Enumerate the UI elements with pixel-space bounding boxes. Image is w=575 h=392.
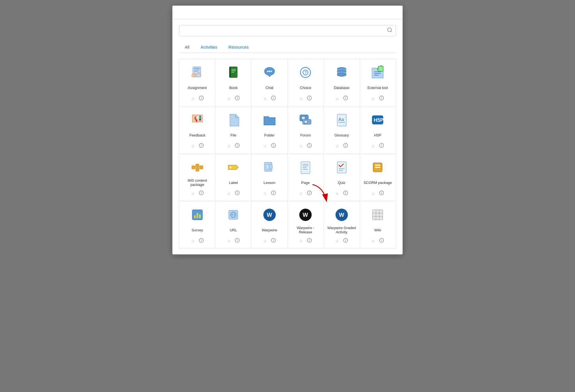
glossary-star-button[interactable]: ☆ [335,143,340,149]
file-info-button[interactable] [234,142,240,150]
activity-item-scorm[interactable]: SCORM package☆ [360,154,396,201]
folder-star-button[interactable]: ☆ [263,143,268,149]
h5p-star-button[interactable]: ☆ [371,143,376,149]
close-button[interactable] [391,11,396,13]
glossary-label: Glossary [334,131,349,140]
wiki-label: Wiki [374,225,381,234]
external_tool-info-button[interactable] [378,95,385,102]
database-star-button[interactable]: ☆ [335,95,340,102]
ims-star-button[interactable]: ☆ [190,190,195,197]
feedback-info-button[interactable] [198,142,204,150]
feedback-star-button[interactable]: ☆ [190,143,195,149]
activity-item-assignment[interactable]: Assignment☆ [179,59,215,106]
activity-item-h5p[interactable]: H5P H5P☆ [360,106,396,154]
forum-info-button[interactable] [306,142,312,150]
activity-item-page[interactable]: Page☆ [288,154,324,201]
chat-star-button[interactable]: ☆ [263,95,268,102]
svg-text:W: W [303,212,308,218]
activity-item-warpwire_graded[interactable]: W Warpwire Graded Activity☆ [324,201,360,249]
page-icon [298,159,313,175]
book-info-button[interactable] [234,95,240,102]
activity-item-choice[interactable]: ? Choice☆ [288,59,324,106]
assignment-info-button[interactable] [198,95,204,102]
activity-item-file[interactable]: File☆ [216,106,252,154]
page-info-button[interactable] [306,190,312,197]
label-info-button[interactable] [234,190,240,197]
activity-item-url[interactable]: URL☆ [216,201,252,249]
url-star-button[interactable]: ☆ [226,238,231,244]
svg-point-19 [267,71,268,72]
scorm-info-button[interactable] [378,190,385,197]
svg-rect-105 [339,168,344,169]
survey-star-button[interactable]: ☆ [190,238,195,244]
tab-activities[interactable]: Activities [195,42,223,53]
book-star-button[interactable]: ☆ [226,95,231,102]
activity-item-folder[interactable]: Folder☆ [252,106,288,154]
warpwire_release-info-button[interactable] [306,237,312,245]
svg-rect-12 [231,69,236,70]
svg-text:W: W [267,212,272,218]
forum-actions: ☆ [298,142,312,150]
activity-item-survey[interactable]: Survey☆ [179,201,215,249]
external_tool-star-button[interactable]: ☆ [371,95,376,102]
activity-item-feedback[interactable]: 📢 Feedback☆ [179,106,215,154]
warpwire_graded-info-button[interactable] [343,237,349,245]
warpwire_graded-star-button[interactable]: ☆ [335,238,340,244]
chat-info-button[interactable] [270,95,277,102]
activity-item-ims[interactable]: IMS content package☆ [179,154,215,201]
glossary-actions: ☆ [335,142,349,150]
activity-item-forum[interactable]: 💬 💬 Forum☆ [288,106,324,154]
activity-item-warpwire[interactable]: W Warpwire☆ [252,201,288,249]
activity-item-wiki[interactable]: Wiki☆ [360,201,396,249]
activity-item-database[interactable]: Database☆ [324,59,360,106]
warpwire-star-button[interactable]: ☆ [263,238,268,244]
svg-point-35 [337,73,346,76]
choice-star-button[interactable]: ☆ [298,95,304,102]
search-button[interactable] [387,27,393,34]
url-info-button[interactable] [234,237,240,245]
file-star-button[interactable]: ☆ [226,143,231,149]
wiki-info-button[interactable] [378,237,385,245]
glossary-info-button[interactable] [343,142,349,150]
svg-rect-13 [231,70,236,71]
warpwire_release-star-button[interactable]: ☆ [298,238,304,244]
svg-rect-3 [194,68,200,69]
file-actions: ☆ [226,142,240,150]
page-star-button[interactable]: ☆ [298,190,304,197]
choice-info-button[interactable] [306,95,312,102]
forum-star-button[interactable]: ☆ [298,143,304,149]
lesson-star-button[interactable]: ☆ [263,190,268,197]
tab-all[interactable]: All [179,42,195,53]
assignment-actions: ☆ [190,95,204,102]
h5p-info-button[interactable] [378,142,385,150]
assignment-label: Assignment [188,83,207,92]
assignment-star-button[interactable]: ☆ [190,95,195,102]
survey-info-button[interactable] [198,237,204,245]
lesson-info-button[interactable] [270,190,277,197]
folder-info-button[interactable] [270,142,277,150]
svg-rect-11 [229,67,231,78]
search-input[interactable] [179,25,396,36]
svg-rect-14 [231,72,234,72]
activity-item-external_tool[interactable]: External tool☆ [360,59,396,106]
scorm-star-button[interactable]: ☆ [371,190,376,197]
label-star-button[interactable]: ☆ [226,190,231,197]
activity-item-warpwire_release[interactable]: W Warpwire - Release☆ [288,201,324,249]
modal-overlay[interactable]: All Activities Resources Assignment☆ Boo… [0,0,575,392]
warpwire-info-button[interactable] [270,237,277,245]
quiz-label: Quiz [338,178,345,187]
activity-item-lesson[interactable]: Lesson☆ [252,154,288,201]
quiz-star-button[interactable]: ☆ [335,190,340,197]
activity-item-book[interactable]: Book☆ [216,59,252,106]
quiz-info-button[interactable] [343,190,349,197]
activity-item-label[interactable]: Label☆ [216,154,252,201]
book-label: Book [229,83,238,92]
database-info-button[interactable] [343,95,349,102]
tab-resources[interactable]: Resources [223,42,254,53]
activity-item-chat[interactable]: Chat☆ [252,59,288,106]
ims-info-button[interactable] [198,190,204,197]
search-container [179,25,396,36]
activity-item-quiz[interactable]: Quiz☆ [324,154,360,201]
activity-item-glossary[interactable]: Aa Glossary☆ [324,106,360,154]
wiki-star-button[interactable]: ☆ [371,238,376,244]
